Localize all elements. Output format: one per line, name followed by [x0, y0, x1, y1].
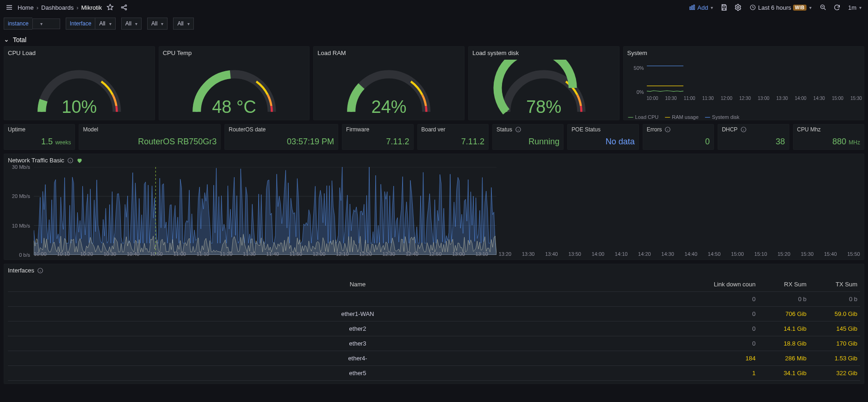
panel-title: CPU Load — [4, 47, 155, 56]
table-row[interactable]: ether3018.8 Gib170 Gib — [8, 336, 860, 351]
panel-stat-cpu-mhz[interactable]: CPU Mhz880 MHz — [793, 124, 864, 150]
svg-rect-5 — [694, 5, 694, 10]
variable-bar: instance Interface All All All All — [0, 15, 868, 34]
stat-value: 7.11.2 — [386, 137, 409, 147]
panel-title: Board ver — [418, 124, 488, 133]
panel-title: Load RAM — [314, 47, 464, 56]
panel-stat-board-ver[interactable]: Board ver7.11.2 — [417, 124, 489, 150]
system-legend: Load CPU RAM usage System disk — [628, 114, 740, 120]
panel-title: Uptime — [4, 124, 74, 133]
stat-value: 0 — [705, 137, 710, 147]
stat-value: 880 MHz — [832, 137, 860, 147]
info-icon — [67, 157, 74, 164]
panel-load-ram[interactable]: Load RAM 24% — [313, 46, 465, 120]
svg-point-6 — [737, 6, 739, 8]
timezone-badge: WIB — [793, 5, 806, 11]
table-header-row: Name Link down coun RX Sum TX Sum — [8, 277, 860, 292]
star-icon[interactable] — [105, 2, 116, 13]
refresh-icon[interactable] — [831, 2, 843, 13]
panel-title: CPU Temp — [159, 47, 310, 56]
panel-stat-routeros-date[interactable]: RouterOS date03:57:19 PM — [224, 124, 338, 150]
info-icon — [37, 267, 43, 274]
table-row[interactable]: ether5134.1 Gib322 Gib — [8, 366, 860, 381]
save-icon[interactable] — [719, 2, 730, 13]
table-row[interactable]: ether1-WAN0706 Gib59.0 Gib — [8, 307, 860, 322]
col-name[interactable]: Name — [8, 277, 707, 292]
gear-icon[interactable] — [732, 2, 744, 13]
var-extra-1-dropdown[interactable]: All — [121, 18, 142, 30]
panel-stat-model[interactable]: ModelRouterOS RB750Gr3 — [79, 124, 221, 150]
panel-stat-firmware[interactable]: Firmware7.11.2 — [342, 124, 413, 150]
menu-icon[interactable] — [4, 2, 15, 13]
panel-stat-errors[interactable]: Errors 0 — [643, 124, 714, 150]
panel-title: CPU Mhz — [794, 124, 864, 133]
panel-stat-dhcp[interactable]: DHCP 38 — [718, 124, 789, 150]
table-row[interactable]: ether2014.1 Gib145 Gib — [8, 322, 860, 336]
panel-title: Model — [79, 124, 220, 133]
network-chart — [34, 167, 496, 255]
gauge-value: 24% — [314, 97, 464, 117]
var-interface-dropdown[interactable]: All — [95, 18, 115, 30]
breadcrumb-home[interactable]: Home — [18, 4, 34, 11]
gauge-value: 78% — [469, 97, 619, 117]
var-extra-3-dropdown[interactable]: All — [173, 18, 193, 30]
info-icon — [740, 126, 747, 133]
system-chart — [647, 58, 684, 95]
svg-rect-4 — [692, 6, 693, 10]
stat-value: 7.11.2 — [461, 137, 484, 147]
top-toolbar: Home › Dashboards › Mikrotik Add Last 6 … — [0, 0, 868, 15]
row-header-total[interactable]: Total — [0, 34, 868, 45]
panel-title: Network Traffic Basic — [4, 154, 864, 164]
panel-title: System — [624, 47, 864, 56]
interfaces-table: Name Link down coun RX Sum TX Sum 00 b0 … — [8, 277, 860, 381]
panel-stat-poe-status[interactable]: POE StatusNo data — [567, 124, 639, 150]
panel-title: Errors — [643, 124, 713, 133]
var-instance: instance — [4, 18, 60, 30]
var-instance-label: instance — [4, 18, 32, 30]
breadcrumb: Home › Dashboards › Mikrotik — [18, 4, 102, 11]
panel-stat-status[interactable]: Status Running — [492, 124, 564, 150]
var-instance-dropdown[interactable] — [32, 19, 60, 29]
panel-cpu-load[interactable]: CPU Load 10% — [4, 46, 155, 120]
panel-title: POE Status — [568, 124, 638, 133]
col-linkdown[interactable]: Link down coun — [707, 277, 758, 292]
panel-load-disk[interactable]: Load system disk 78% — [468, 46, 620, 120]
table-row[interactable]: 00 b0 b — [8, 292, 860, 307]
panel-cpu-temp[interactable]: CPU Temp 48 °C — [159, 46, 310, 120]
breadcrumb-current[interactable]: Mikrotik — [81, 4, 102, 11]
panel-title: Load system disk — [469, 47, 619, 56]
panel-system[interactable]: System 50% 0% 10:0010:3011:0011:3012:001… — [623, 46, 864, 120]
panel-title: Status — [493, 124, 563, 133]
stat-value: 1.5 weeks — [41, 137, 71, 147]
stat-value: 03:57:19 PM — [287, 137, 334, 147]
col-rx[interactable]: RX Sum — [758, 277, 809, 292]
info-icon — [664, 126, 671, 133]
svg-rect-3 — [690, 7, 691, 10]
heart-icon — [76, 157, 83, 164]
panel-title: RouterOS date — [225, 124, 338, 133]
stat-value: Running — [528, 137, 559, 147]
panel-title: Firmware — [342, 124, 413, 133]
info-icon — [515, 126, 521, 133]
col-tx[interactable]: TX Sum — [809, 277, 860, 292]
breadcrumb-dashboards[interactable]: Dashboards — [41, 4, 74, 11]
gauge-value: 10% — [4, 97, 155, 117]
stat-value: RouterOS RB750Gr3 — [138, 137, 217, 147]
var-interface: Interface All — [66, 18, 116, 30]
panel-title: DHCP — [718, 124, 788, 133]
panel-network-traffic[interactable]: Network Traffic Basic 30 Mb/s20 Mb/s10 M… — [4, 154, 864, 260]
panel-title: Interfaces — [4, 264, 864, 274]
panel-interfaces[interactable]: Interfaces Name Link down coun RX Sum TX… — [4, 264, 864, 384]
add-button[interactable]: Add — [686, 2, 716, 13]
table-row[interactable]: ether4-184286 Mib1.53 Gib — [8, 351, 860, 366]
share-icon[interactable] — [118, 2, 130, 13]
var-interface-label: Interface — [66, 18, 95, 30]
var-extra-2-dropdown[interactable]: All — [147, 18, 167, 30]
stat-value: 38 — [776, 137, 785, 147]
stat-value: No data — [606, 137, 635, 147]
gauge-value: 48 °C — [159, 97, 310, 117]
refresh-interval[interactable]: 1m — [845, 2, 864, 13]
zoom-out-icon[interactable] — [818, 2, 829, 13]
timerange-picker[interactable]: Last 6 hours WIB — [746, 2, 815, 13]
panel-stat-uptime[interactable]: Uptime1.5 weeks — [4, 124, 75, 150]
